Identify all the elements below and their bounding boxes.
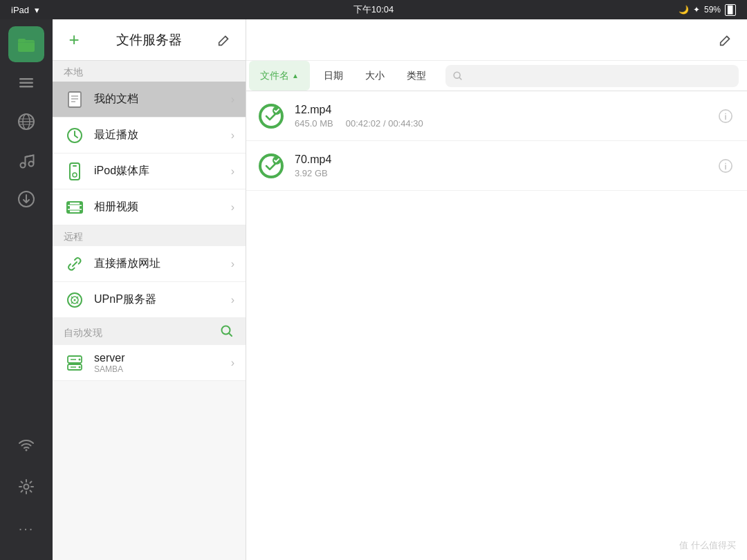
svg-rect-16 <box>68 92 81 107</box>
auto-discover-header: 自动发现 <box>53 318 246 345</box>
svg-rect-23 <box>73 165 77 167</box>
sort-type-btn[interactable]: 类型 <box>396 61 437 91</box>
section-local: 本地 <box>53 61 246 82</box>
panel-title: 文件服务器 <box>93 31 205 49</box>
svg-rect-2 <box>19 78 33 80</box>
chevron-right-icon-upnp: › <box>231 294 234 306</box>
sidebar-item-download[interactable] <box>8 181 44 217</box>
svg-rect-27 <box>67 210 70 213</box>
svg-rect-28 <box>80 202 82 205</box>
gear-icon <box>17 477 36 496</box>
music-icon <box>17 151 36 170</box>
nav-item-my-docs[interactable]: 我的文档 › <box>53 82 246 118</box>
svg-point-14 <box>26 449 28 451</box>
sidebar-item-wifi[interactable] <box>8 427 44 463</box>
nav-item-recent-label: 最近播放 <box>94 128 223 142</box>
nav-item-photo[interactable]: 相册视频 › <box>53 189 246 225</box>
auto-discover-title: 自动发现 <box>64 327 219 339</box>
nav-item-ipod-label: iPod媒体库 <box>94 164 223 178</box>
status-left: iPad ▾ <box>11 5 39 15</box>
chevron-right-icon: › <box>231 93 234 106</box>
nav-item-url-label: 直接播放网址 <box>94 256 223 271</box>
edit-button[interactable] <box>214 30 234 50</box>
sort-filename-label: 文件名 <box>260 70 289 82</box>
moon-icon: 🌙 <box>679 5 689 15</box>
file-meta-1: 3.92 GB <box>295 168 706 178</box>
sidebar-item-more[interactable]: ··· <box>8 510 44 546</box>
file-check-icon-0 <box>257 102 285 130</box>
status-bar: iPad ▾ 下午10:04 🌙 ✦ 59% ▉ <box>0 0 747 19</box>
search-icon <box>452 71 463 82</box>
file-meta-0: 645.0 MB 00:42:02 / 00:44:30 <box>295 118 706 129</box>
film-icon <box>64 196 86 218</box>
battery-icon: ▉ <box>725 4 736 16</box>
nav-item-ipod[interactable]: iPod媒体库 › <box>53 153 246 189</box>
file-panel: + 文件服务器 本地 我的文档 › <box>53 19 246 560</box>
svg-rect-1 <box>18 39 26 42</box>
chevron-right-icon-server: › <box>231 357 234 369</box>
svg-rect-29 <box>80 206 82 209</box>
file-item-1[interactable]: 70.mp4 3.92 GB <box>246 141 747 191</box>
sort-filename-btn[interactable]: 文件名 ▲ <box>249 61 310 91</box>
sort-size-label: 大小 <box>365 70 385 82</box>
edit-icon <box>216 32 232 48</box>
sort-date-label: 日期 <box>324 70 343 82</box>
chevron-right-icon-ipod: › <box>231 165 234 178</box>
sidebar-item-settings[interactable] <box>8 469 44 505</box>
nav-item-recent[interactable]: 最近播放 › <box>53 118 246 153</box>
svg-rect-25 <box>67 202 70 205</box>
chevron-right-icon-recent: › <box>231 129 234 142</box>
clock-icon <box>64 124 86 147</box>
sidebar-item-globe[interactable] <box>8 104 44 140</box>
content-header <box>246 19 747 61</box>
svg-point-39 <box>79 358 81 360</box>
ipod-icon <box>64 160 86 183</box>
sidebar-item-files[interactable] <box>8 26 44 62</box>
upnp-icon <box>64 289 86 311</box>
main-container: ··· + 文件服务器 本地 <box>0 19 747 560</box>
sort-size-btn[interactable]: 大小 <box>354 61 396 91</box>
file-list: 12.mp4 645.0 MB 00:42:02 / 00:44:30 <box>246 91 747 560</box>
section-remote: 远程 <box>53 225 246 246</box>
server-icon <box>64 352 86 374</box>
sort-date-btn[interactable]: 日期 <box>313 61 354 91</box>
svg-line-12 <box>26 156 34 158</box>
server-subtitle: SAMBA <box>94 364 223 374</box>
content-edit-button[interactable] <box>715 30 736 50</box>
file-info-1: 70.mp4 3.92 GB <box>295 153 706 178</box>
chevron-right-icon-photo: › <box>231 201 234 214</box>
sidebar-item-music[interactable] <box>8 142 44 178</box>
status-right: 🌙 ✦ 59% ▉ <box>679 4 736 16</box>
file-check-icon-1 <box>257 152 285 180</box>
file-info-btn-1[interactable] <box>715 156 736 176</box>
nav-item-upnp[interactable]: UPnP服务器 › <box>53 282 246 318</box>
svg-point-48 <box>725 113 726 114</box>
svg-rect-4 <box>19 86 33 88</box>
more-dots: ··· <box>19 521 35 536</box>
svg-point-22 <box>73 173 77 177</box>
nav-item-server[interactable]: server SAMBA › <box>53 345 246 381</box>
file-item-0[interactable]: 12.mp4 645.0 MB 00:42:02 / 00:44:30 <box>246 91 747 141</box>
add-button[interactable]: + <box>64 30 84 50</box>
nav-item-url[interactable]: 直接播放网址 › <box>53 246 246 282</box>
nav-item-photo-label: 相册视频 <box>94 200 223 214</box>
file-info-0: 12.mp4 645.0 MB 00:42:02 / 00:44:30 <box>295 104 706 129</box>
svg-point-15 <box>24 485 29 489</box>
download-icon <box>17 189 36 209</box>
svg-rect-3 <box>19 82 33 84</box>
file-name-1: 70.mp4 <box>295 153 706 166</box>
svg-point-10 <box>21 163 26 168</box>
svg-point-11 <box>29 162 34 167</box>
file-info-btn-0[interactable] <box>715 106 736 127</box>
sort-arrow-icon: ▲ <box>292 72 299 80</box>
sidebar-item-list[interactable] <box>8 65 44 101</box>
auto-discover-search-icon[interactable] <box>219 324 234 342</box>
bluetooth-icon: ✦ <box>693 5 700 15</box>
nav-item-my-docs-label: 我的文档 <box>94 92 223 106</box>
device-label: iPad <box>11 5 29 15</box>
file-duration-0: 00:42:02 / 00:44:30 <box>346 118 423 129</box>
svg-point-35 <box>74 299 76 301</box>
link-icon <box>64 253 86 275</box>
file-size-0: 645.0 MB <box>295 118 333 129</box>
list-icon <box>17 73 36 93</box>
